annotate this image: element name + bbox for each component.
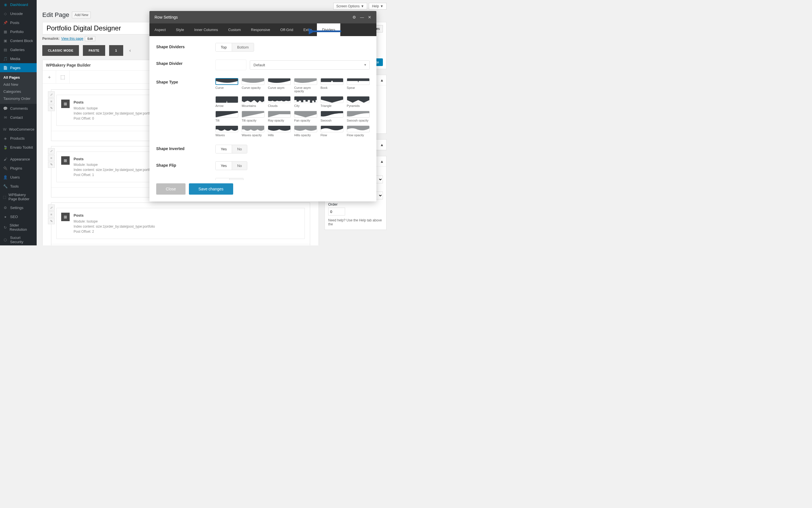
sidebar-item-portfolio[interactable]: ▦Portfolio — [0, 27, 37, 36]
classic-mode-button[interactable]: CLASSIC MODE — [42, 45, 79, 56]
tab-extra[interactable]: Extra — [298, 24, 317, 36]
permalink-view-link[interactable]: View this page — [61, 37, 83, 41]
tab-aspect[interactable]: Aspect — [149, 24, 171, 36]
shape-option-mountains[interactable]: Mountains — [242, 96, 265, 108]
shape-option-hills-opacity[interactable]: Hills opacity — [294, 126, 317, 137]
shape-option-curve-asym-opacity[interactable]: Curve asym opacity — [294, 78, 317, 93]
shape-option-flow-opacity[interactable]: Flow opacity — [347, 126, 370, 137]
sidebar-item-galleries[interactable]: ▤Galleries — [0, 45, 37, 54]
widget-posts[interactable]: ⊞ Posts Module: Isotope Index content: s… — [57, 208, 305, 239]
row-edit-button[interactable]: ✎ — [48, 162, 55, 168]
shape-option-hills[interactable]: Hills — [268, 126, 291, 137]
sidebar-item-envato[interactable]: 🍃Envato Toolkit — [0, 143, 37, 152]
collapse-arrow-icon[interactable]: ‹ — [127, 46, 133, 55]
row-edit-button[interactable]: ✎ — [48, 218, 55, 224]
sidebar-item-woocommerce[interactable]: WWooCommerce — [0, 125, 37, 134]
shape-option-swoosh[interactable]: Swoosh — [321, 111, 344, 122]
sidebar-item-seo[interactable]: ●SEO — [0, 212, 37, 221]
sidebar-item-media[interactable]: 🎵Media — [0, 54, 37, 63]
sidebar-item-contact[interactable]: ✉Contact — [0, 113, 37, 122]
row-move-button[interactable]: ⤢ — [48, 91, 55, 97]
shape-option-pyramids[interactable]: Pyramids — [347, 96, 370, 108]
sidebar-item-pages[interactable]: 📄Pages — [0, 63, 37, 72]
sidebar-item-appearance[interactable]: 🖌Appearance — [0, 155, 37, 164]
sidebar-item-contentblock[interactable]: ▣Content Block — [0, 36, 37, 45]
tab-responsive[interactable]: Responsive — [246, 24, 275, 36]
sidebar-item-tools[interactable]: 🔧Tools — [0, 182, 37, 191]
shape-option-city[interactable]: City — [294, 96, 317, 108]
flip-yes[interactable]: Yes — [216, 162, 232, 170]
sidebar-item-plugins[interactable]: 🔌Plugins — [0, 164, 37, 173]
shape-option-curve[interactable]: Curve — [215, 78, 238, 93]
shape-option-ray-opacity[interactable]: Ray opacity — [268, 111, 291, 122]
count-button[interactable]: 1 — [109, 45, 123, 56]
sidebar-item-comments[interactable]: 💬Comments — [0, 104, 37, 113]
sidebar-sub-addnew[interactable]: Add New — [0, 81, 37, 88]
modal-save-button[interactable]: Save changes — [189, 183, 233, 195]
inverted-yes[interactable]: Yes — [216, 145, 232, 153]
row-move-button[interactable]: ⤢ — [48, 148, 55, 154]
row-layout-button[interactable]: ≡ — [48, 155, 55, 161]
screen-options-button[interactable]: Screen Options ▼ — [333, 3, 367, 10]
shape-option-clouds[interactable]: Clouds — [268, 96, 291, 108]
shape-option-flow[interactable]: Flow — [321, 126, 344, 137]
sidebar-item-posts[interactable]: 📌Posts — [0, 18, 37, 27]
flip-no[interactable]: No — [232, 162, 247, 170]
row-move-button[interactable]: ⤢ — [48, 205, 55, 211]
metabox-toggle-icon[interactable]: ▴ — [381, 78, 383, 82]
metabox-toggle-icon[interactable]: ▴ — [381, 159, 383, 164]
sidebar-item-products[interactable]: ◈Products — [0, 134, 37, 143]
sidebar-item-dashboard[interactable]: ◉Dashboard — [0, 0, 37, 9]
shape-option-triangle[interactable]: Triangle — [321, 96, 344, 108]
sidebar-item-settings[interactable]: ⚙Settings — [0, 203, 37, 212]
top-toggle[interactable]: Top — [216, 43, 232, 51]
shape-option-curve-asym[interactable]: Curve asym — [268, 78, 291, 93]
modal-settings-icon[interactable]: ⚙ — [352, 15, 356, 19]
sidebar-item-users[interactable]: 👤Users — [0, 173, 37, 182]
modal-minimize-icon[interactable]: — — [360, 15, 364, 19]
shape-option-waves[interactable]: Waves — [215, 126, 238, 137]
row-layout-button[interactable]: ≡ — [48, 211, 55, 217]
row-layout-button[interactable]: ≡ — [48, 98, 55, 104]
shape-option-swoosh-opacity[interactable]: Swoosh opacity — [347, 111, 370, 122]
modal-close-icon[interactable]: ✕ — [368, 15, 371, 19]
metabox-toggle-icon[interactable]: ▴ — [381, 142, 383, 147]
shape-divider-select[interactable]: Default — [250, 60, 370, 70]
tool-icon: 🔧 — [3, 184, 8, 189]
tab-style[interactable]: Style — [171, 24, 189, 36]
tab-inner-columns[interactable]: Inner Columns — [189, 24, 223, 36]
shape-option-tilt-opacity[interactable]: Tilt opacity — [242, 111, 265, 122]
template-button[interactable]: ⬚ — [56, 71, 70, 84]
appearance-icon: 🖌 — [3, 157, 8, 162]
tab-dividers[interactable]: Dividers — [317, 24, 340, 36]
tab-custom[interactable]: Custom — [223, 24, 246, 36]
paste-button[interactable]: PASTE — [83, 45, 105, 56]
sidebar-item-sucuri[interactable]: ⬡Sucuri Security — [0, 234, 37, 245]
sidebar-item-slider[interactable]: ↻Slider Revolution — [0, 221, 37, 234]
bottom-toggle[interactable]: Bottom — [232, 43, 254, 51]
modal-close-button[interactable]: Close — [156, 183, 185, 195]
shape-option-curve-opacity[interactable]: Curve opacity — [242, 78, 265, 93]
sidebar-sub-allpages[interactable]: All Pages — [0, 74, 37, 81]
sidebar-sub-taxonomy[interactable]: Taxonomy Order — [0, 95, 37, 102]
shape-option-book[interactable]: Book — [321, 78, 344, 93]
height-pct[interactable]: % — [216, 178, 229, 180]
sidebar-sub-categories[interactable]: Categories — [0, 88, 37, 95]
add-new-button[interactable]: Add New — [72, 11, 91, 18]
order-input[interactable] — [328, 208, 345, 215]
shape-option-waves-opacity[interactable]: Waves opacity — [242, 126, 265, 137]
height-px[interactable]: px — [229, 178, 243, 180]
shape-option-arrow[interactable]: Arrow — [215, 96, 238, 108]
sidebar-item-uncode[interactable]: ◇Uncode — [0, 9, 37, 18]
permalink-edit-button[interactable]: Edit — [85, 36, 95, 41]
shape-option-tilt[interactable]: Tilt — [215, 111, 238, 122]
row-edit-button[interactable]: ✎ — [48, 105, 55, 111]
shape-option-label: Pyramids — [347, 104, 370, 108]
sidebar-item-wpb[interactable]: ⬚WPBakery Page Builder — [0, 191, 37, 203]
tab-offgrid[interactable]: Off-Grid — [275, 24, 298, 36]
shape-option-fan-opacity[interactable]: Fan opacity — [294, 111, 317, 122]
inverted-no[interactable]: No — [232, 145, 247, 153]
shape-option-spear[interactable]: Spear — [347, 78, 370, 93]
help-button[interactable]: Help ▼ — [369, 3, 387, 10]
add-element-button[interactable]: ＋ — [43, 71, 56, 84]
